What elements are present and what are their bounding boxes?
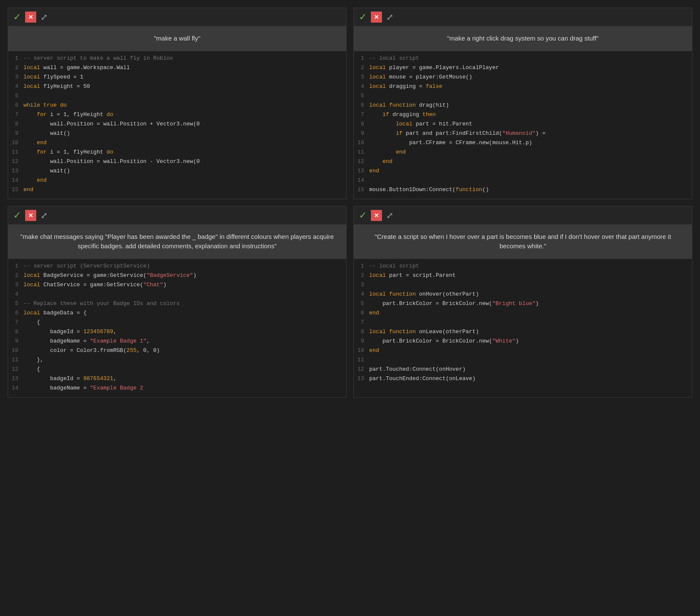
line-number: 13	[354, 375, 369, 382]
code-line: 10 end	[8, 139, 346, 148]
close-button[interactable]: ✕	[371, 210, 382, 221]
line-content: local part = hit.Parent	[369, 121, 472, 127]
line-number: 15	[354, 186, 369, 193]
expand-button[interactable]: ⤢	[40, 12, 48, 22]
code-line: 6end	[354, 309, 692, 319]
line-content: mouse.Button1Down:Connect(function()	[369, 186, 489, 193]
line-content: local player = game.Players.LocalPlayer	[369, 64, 499, 71]
line-number: 9	[8, 130, 23, 137]
line-number: 14	[354, 177, 369, 183]
line-number: 14	[8, 177, 23, 183]
line-content: color = Color3.fromRGB(255, 0, 0)	[23, 347, 160, 354]
line-content: wait()	[23, 130, 70, 137]
line-number: 8	[354, 121, 369, 127]
line-number: 10	[8, 347, 23, 354]
expand-button[interactable]: ⤢	[40, 210, 48, 221]
panel-2: ✓✕⤢"make a right click drag system so yo…	[353, 8, 692, 199]
code-line: 5-- Replace these with your Badge IDs an…	[8, 300, 346, 309]
line-number: 2	[354, 272, 369, 279]
line-number: 5	[8, 300, 23, 307]
line-content: local function drag(hit)	[369, 102, 449, 108]
code-line: 14 end	[8, 177, 346, 186]
line-number: 2	[354, 64, 369, 71]
line-content: },	[23, 357, 43, 363]
line-number: 6	[8, 102, 23, 108]
code-line: 7 for i = 1, flyHeight do	[8, 111, 346, 120]
line-number: 12	[8, 366, 23, 372]
line-number: 8	[354, 328, 369, 335]
code-line: 3local mouse = player:GetMouse()	[354, 73, 692, 83]
code-line: 12part.Touched:Connect(onHover)	[354, 366, 692, 375]
code-line: 11 end	[354, 148, 692, 158]
line-number: 3	[8, 74, 23, 80]
code-line: 4	[8, 291, 346, 300]
expand-button[interactable]: ⤢	[386, 210, 393, 221]
close-button[interactable]: ✕	[25, 12, 36, 23]
line-number: 13	[8, 168, 23, 174]
line-number: 10	[8, 139, 23, 146]
line-content: local part = script.Parent	[369, 272, 456, 279]
line-content: -- local script	[369, 263, 419, 269]
panel-3-toolbar: ✓✕⤢	[8, 206, 346, 224]
line-number: 1	[8, 55, 23, 61]
main-grid: ✓✕⤢"make a wall fly"1-- server script to…	[0, 0, 700, 405]
line-number: 12	[8, 158, 23, 165]
panel-1: ✓✕⤢"make a wall fly"1-- server script to…	[8, 8, 347, 199]
line-number: 11	[354, 357, 369, 363]
line-content: badgeName = "Example Badge 1",	[23, 338, 150, 344]
code-area: 1-- server script (ServerScriptService)2…	[8, 259, 346, 397]
code-area: 1-- server script to make a wall fly in …	[8, 51, 346, 199]
check-button[interactable]: ✓	[359, 12, 367, 23]
code-line: 8 badgeId = 123456789,	[8, 328, 346, 337]
code-line: 5	[354, 92, 692, 102]
code-line: 11 },	[8, 356, 346, 366]
code-line: 8 wall.Position = wall.Position + Vector…	[8, 120, 346, 130]
line-number: 13	[8, 375, 23, 382]
code-line: 10end	[354, 347, 692, 356]
code-line: 1-- local script	[354, 262, 692, 272]
line-number: 6	[354, 310, 369, 316]
line-number: 11	[8, 357, 23, 363]
code-line: 7 {	[8, 319, 346, 328]
line-number: 4	[354, 291, 369, 297]
line-number: 13	[354, 168, 369, 174]
line-number: 15	[8, 186, 23, 193]
line-content: {	[23, 319, 40, 325]
line-content: end	[23, 177, 47, 183]
check-button[interactable]: ✓	[359, 210, 367, 221]
code-line: 11 for i = 1, flyHeight do	[8, 148, 346, 158]
panel-2-toolbar: ✓✕⤢	[354, 8, 692, 26]
line-content: end	[369, 158, 393, 165]
code-line: 9 wait()	[8, 130, 346, 139]
code-line: 12 end	[354, 158, 692, 167]
panel-3: ✓✕⤢"make chat messages saying "Player ha…	[8, 206, 347, 398]
code-line: 9 badgeName = "Example Badge 1",	[8, 337, 346, 347]
close-button[interactable]: ✕	[371, 12, 382, 23]
code-line: 13 wait()	[8, 167, 346, 177]
code-line: 12 {	[8, 366, 346, 375]
line-content: local flySpeed = 1	[23, 74, 83, 80]
check-button[interactable]: ✓	[13, 12, 21, 23]
line-content: if dragging then	[369, 111, 436, 118]
code-line: 1-- local script	[354, 55, 692, 64]
line-content: part.BrickColor = BrickColor.new("White"…	[369, 338, 519, 344]
line-content: badgeName = "Example Badge 2	[23, 385, 143, 391]
code-line: 15end	[8, 186, 346, 195]
line-number: 4	[8, 291, 23, 297]
line-content: -- server script (ServerScriptService)	[23, 263, 150, 269]
line-content: wall.Position = wall.Position + Vector3.…	[23, 121, 200, 127]
line-content: part.TouchEnded:Connect(onLeave)	[369, 375, 476, 382]
line-number: 5	[354, 300, 369, 307]
code-line: 12 wall.Position = wall.Position - Vecto…	[8, 158, 346, 167]
line-content: end	[369, 168, 379, 174]
line-number: 2	[8, 64, 23, 71]
line-number: 7	[8, 319, 23, 325]
panel-1-toolbar: ✓✕⤢	[8, 8, 346, 26]
code-line: 9 if part and part:FindFirstChild("Human…	[354, 130, 692, 139]
line-number: 1	[354, 55, 369, 61]
line-content: local wall = game.Workspace.Wall	[23, 64, 130, 71]
line-content: end	[369, 149, 406, 155]
check-button[interactable]: ✓	[13, 210, 21, 221]
expand-button[interactable]: ⤢	[386, 12, 393, 22]
close-button[interactable]: ✕	[25, 210, 36, 221]
